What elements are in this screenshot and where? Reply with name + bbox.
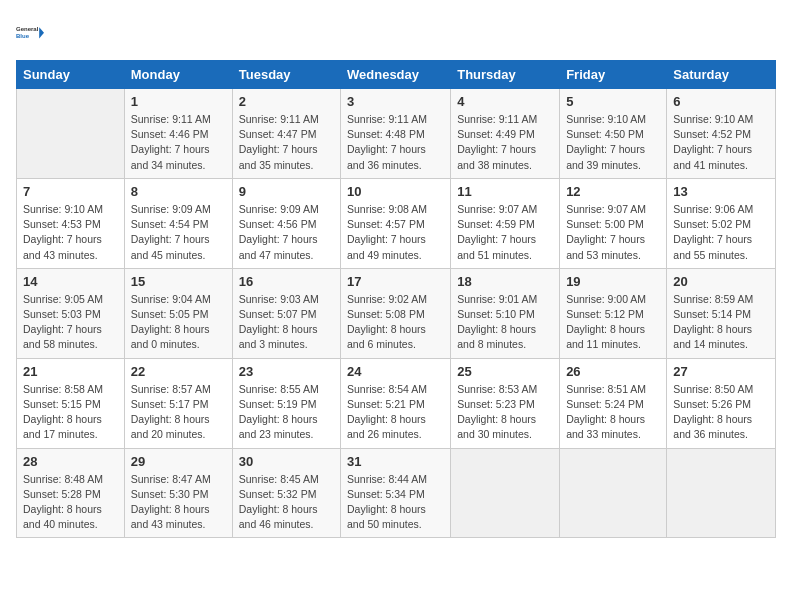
weekday-header: Saturday xyxy=(667,61,776,89)
day-info: Sunrise: 9:11 AMSunset: 4:48 PMDaylight:… xyxy=(347,112,444,173)
calendar-week-row: 21Sunrise: 8:58 AMSunset: 5:15 PMDayligh… xyxy=(17,358,776,448)
day-number: 18 xyxy=(457,274,553,289)
page-header: GeneralBlue xyxy=(16,16,776,48)
weekday-header: Thursday xyxy=(451,61,560,89)
calendar-day-cell: 29Sunrise: 8:47 AMSunset: 5:30 PMDayligh… xyxy=(124,448,232,538)
logo: GeneralBlue xyxy=(16,16,48,48)
weekday-header: Tuesday xyxy=(232,61,340,89)
day-info: Sunrise: 9:10 AMSunset: 4:53 PMDaylight:… xyxy=(23,202,118,263)
calendar-day-cell: 10Sunrise: 9:08 AMSunset: 4:57 PMDayligh… xyxy=(341,178,451,268)
weekday-header: Monday xyxy=(124,61,232,89)
day-info: Sunrise: 8:51 AMSunset: 5:24 PMDaylight:… xyxy=(566,382,660,443)
day-info: Sunrise: 9:11 AMSunset: 4:47 PMDaylight:… xyxy=(239,112,334,173)
day-info: Sunrise: 8:44 AMSunset: 5:34 PMDaylight:… xyxy=(347,472,444,533)
day-number: 13 xyxy=(673,184,769,199)
day-number: 6 xyxy=(673,94,769,109)
calendar-day-cell: 8Sunrise: 9:09 AMSunset: 4:54 PMDaylight… xyxy=(124,178,232,268)
day-number: 5 xyxy=(566,94,660,109)
calendar-week-row: 14Sunrise: 9:05 AMSunset: 5:03 PMDayligh… xyxy=(17,268,776,358)
day-info: Sunrise: 8:47 AMSunset: 5:30 PMDaylight:… xyxy=(131,472,226,533)
day-info: Sunrise: 8:45 AMSunset: 5:32 PMDaylight:… xyxy=(239,472,334,533)
calendar-day-cell: 25Sunrise: 8:53 AMSunset: 5:23 PMDayligh… xyxy=(451,358,560,448)
svg-marker-2 xyxy=(39,27,44,38)
day-info: Sunrise: 9:05 AMSunset: 5:03 PMDaylight:… xyxy=(23,292,118,353)
day-number: 19 xyxy=(566,274,660,289)
day-info: Sunrise: 8:54 AMSunset: 5:21 PMDaylight:… xyxy=(347,382,444,443)
day-info: Sunrise: 9:09 AMSunset: 4:56 PMDaylight:… xyxy=(239,202,334,263)
calendar-day-cell xyxy=(451,448,560,538)
calendar-day-cell: 19Sunrise: 9:00 AMSunset: 5:12 PMDayligh… xyxy=(560,268,667,358)
day-info: Sunrise: 9:03 AMSunset: 5:07 PMDaylight:… xyxy=(239,292,334,353)
day-info: Sunrise: 9:11 AMSunset: 4:46 PMDaylight:… xyxy=(131,112,226,173)
calendar-day-cell: 13Sunrise: 9:06 AMSunset: 5:02 PMDayligh… xyxy=(667,178,776,268)
calendar-week-row: 1Sunrise: 9:11 AMSunset: 4:46 PMDaylight… xyxy=(17,89,776,179)
day-number: 8 xyxy=(131,184,226,199)
calendar-day-cell: 12Sunrise: 9:07 AMSunset: 5:00 PMDayligh… xyxy=(560,178,667,268)
calendar-day-cell: 1Sunrise: 9:11 AMSunset: 4:46 PMDaylight… xyxy=(124,89,232,179)
day-number: 30 xyxy=(239,454,334,469)
day-number: 7 xyxy=(23,184,118,199)
day-info: Sunrise: 9:07 AMSunset: 4:59 PMDaylight:… xyxy=(457,202,553,263)
day-info: Sunrise: 8:50 AMSunset: 5:26 PMDaylight:… xyxy=(673,382,769,443)
day-number: 15 xyxy=(131,274,226,289)
calendar-day-cell: 23Sunrise: 8:55 AMSunset: 5:19 PMDayligh… xyxy=(232,358,340,448)
day-number: 1 xyxy=(131,94,226,109)
day-number: 14 xyxy=(23,274,118,289)
day-info: Sunrise: 8:48 AMSunset: 5:28 PMDaylight:… xyxy=(23,472,118,533)
weekday-header: Friday xyxy=(560,61,667,89)
day-number: 28 xyxy=(23,454,118,469)
calendar-day-cell: 16Sunrise: 9:03 AMSunset: 5:07 PMDayligh… xyxy=(232,268,340,358)
calendar-day-cell: 22Sunrise: 8:57 AMSunset: 5:17 PMDayligh… xyxy=(124,358,232,448)
day-number: 21 xyxy=(23,364,118,379)
calendar-day-cell xyxy=(560,448,667,538)
day-number: 20 xyxy=(673,274,769,289)
calendar-day-cell: 2Sunrise: 9:11 AMSunset: 4:47 PMDaylight… xyxy=(232,89,340,179)
day-info: Sunrise: 9:06 AMSunset: 5:02 PMDaylight:… xyxy=(673,202,769,263)
day-number: 22 xyxy=(131,364,226,379)
calendar-day-cell: 31Sunrise: 8:44 AMSunset: 5:34 PMDayligh… xyxy=(341,448,451,538)
day-info: Sunrise: 9:11 AMSunset: 4:49 PMDaylight:… xyxy=(457,112,553,173)
day-info: Sunrise: 9:01 AMSunset: 5:10 PMDaylight:… xyxy=(457,292,553,353)
day-number: 26 xyxy=(566,364,660,379)
weekday-header: Wednesday xyxy=(341,61,451,89)
day-info: Sunrise: 8:57 AMSunset: 5:17 PMDaylight:… xyxy=(131,382,226,443)
calendar-day-cell: 15Sunrise: 9:04 AMSunset: 5:05 PMDayligh… xyxy=(124,268,232,358)
day-number: 11 xyxy=(457,184,553,199)
day-info: Sunrise: 9:10 AMSunset: 4:52 PMDaylight:… xyxy=(673,112,769,173)
calendar-day-cell: 4Sunrise: 9:11 AMSunset: 4:49 PMDaylight… xyxy=(451,89,560,179)
day-number: 31 xyxy=(347,454,444,469)
day-info: Sunrise: 9:10 AMSunset: 4:50 PMDaylight:… xyxy=(566,112,660,173)
day-number: 24 xyxy=(347,364,444,379)
calendar-day-cell xyxy=(17,89,125,179)
calendar-day-cell: 18Sunrise: 9:01 AMSunset: 5:10 PMDayligh… xyxy=(451,268,560,358)
day-number: 2 xyxy=(239,94,334,109)
day-number: 4 xyxy=(457,94,553,109)
calendar-day-cell: 28Sunrise: 8:48 AMSunset: 5:28 PMDayligh… xyxy=(17,448,125,538)
weekday-header: Sunday xyxy=(17,61,125,89)
calendar-day-cell: 7Sunrise: 9:10 AMSunset: 4:53 PMDaylight… xyxy=(17,178,125,268)
svg-text:General: General xyxy=(16,26,39,32)
day-info: Sunrise: 9:02 AMSunset: 5:08 PMDaylight:… xyxy=(347,292,444,353)
calendar-day-cell: 9Sunrise: 9:09 AMSunset: 4:56 PMDaylight… xyxy=(232,178,340,268)
calendar-day-cell: 21Sunrise: 8:58 AMSunset: 5:15 PMDayligh… xyxy=(17,358,125,448)
day-number: 12 xyxy=(566,184,660,199)
day-number: 3 xyxy=(347,94,444,109)
calendar-day-cell: 14Sunrise: 9:05 AMSunset: 5:03 PMDayligh… xyxy=(17,268,125,358)
day-info: Sunrise: 9:04 AMSunset: 5:05 PMDaylight:… xyxy=(131,292,226,353)
day-number: 17 xyxy=(347,274,444,289)
calendar-day-cell: 20Sunrise: 8:59 AMSunset: 5:14 PMDayligh… xyxy=(667,268,776,358)
day-info: Sunrise: 8:58 AMSunset: 5:15 PMDaylight:… xyxy=(23,382,118,443)
calendar-day-cell: 30Sunrise: 8:45 AMSunset: 5:32 PMDayligh… xyxy=(232,448,340,538)
day-info: Sunrise: 8:53 AMSunset: 5:23 PMDaylight:… xyxy=(457,382,553,443)
calendar-day-cell xyxy=(667,448,776,538)
day-number: 10 xyxy=(347,184,444,199)
day-info: Sunrise: 9:00 AMSunset: 5:12 PMDaylight:… xyxy=(566,292,660,353)
svg-text:Blue: Blue xyxy=(16,33,30,39)
day-info: Sunrise: 9:09 AMSunset: 4:54 PMDaylight:… xyxy=(131,202,226,263)
calendar-week-row: 7Sunrise: 9:10 AMSunset: 4:53 PMDaylight… xyxy=(17,178,776,268)
day-info: Sunrise: 9:08 AMSunset: 4:57 PMDaylight:… xyxy=(347,202,444,263)
day-number: 9 xyxy=(239,184,334,199)
calendar-day-cell: 5Sunrise: 9:10 AMSunset: 4:50 PMDaylight… xyxy=(560,89,667,179)
calendar-table: SundayMondayTuesdayWednesdayThursdayFrid… xyxy=(16,60,776,538)
calendar-day-cell: 24Sunrise: 8:54 AMSunset: 5:21 PMDayligh… xyxy=(341,358,451,448)
